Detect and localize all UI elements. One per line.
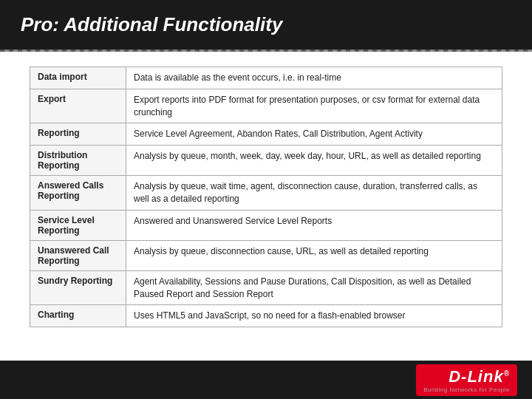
row-label: Service Level Reporting	[30, 210, 126, 240]
dlink-logo: D-Link® Building Networks for People	[416, 364, 517, 396]
row-label: Unanswered Call Reporting	[30, 240, 126, 270]
header: Pro: Additional Functionality	[0, 0, 532, 50]
table-row: Answered Calls ReportingAnalysis by queu…	[30, 176, 502, 211]
row-description: Data is available as the event occurs, i…	[126, 67, 502, 89]
main-content: Data importData is available as the even…	[0, 52, 532, 335]
brand-tagline: Building Networks for People	[423, 386, 510, 393]
row-description: Service Level Agreement, Abandon Rates, …	[126, 123, 502, 146]
row-label: Answered Calls Reporting	[30, 176, 126, 211]
header-title: Pro: Additional Functionality	[21, 13, 282, 36]
table-row: Sundry ReportingAgent Availability, Sess…	[30, 270, 502, 305]
features-table: Data importData is available as the even…	[30, 66, 502, 327]
row-description: Analysis by queue, month, week, day, wee…	[126, 146, 502, 176]
row-description: Answered and Unanswered Service Level Re…	[126, 210, 502, 240]
brand-name: D-Link®	[449, 367, 510, 386]
row-description: Export reports into PDF format for prese…	[126, 89, 502, 123]
row-label: Charting	[30, 305, 126, 327]
footer: D-Link® Building Networks for People	[0, 361, 532, 399]
table-row: Distribution ReportingAnalysis by queue,…	[30, 146, 502, 176]
table-row: ReportingService Level Agreement, Abando…	[30, 123, 502, 146]
table-row: ExportExport reports into PDF format for…	[30, 89, 502, 123]
row-label: Export	[30, 89, 126, 123]
row-label: Reporting	[30, 123, 126, 146]
row-description: Analysis by queue, wait time, agent, dis…	[126, 176, 502, 211]
row-label: Distribution Reporting	[30, 146, 126, 176]
row-description: Uses HTML5 and JavaScript, so no need fo…	[126, 305, 502, 327]
row-description: Agent Availability, Sessions and Pause D…	[126, 270, 502, 305]
table-row: Unanswered Call ReportingAnalysis by que…	[30, 240, 502, 270]
table-row: Service Level ReportingAnswered and Unan…	[30, 210, 502, 240]
table-row: Data importData is available as the even…	[30, 67, 502, 89]
row-label: Data import	[30, 67, 126, 89]
registered-symbol: ®	[504, 369, 510, 377]
row-description: Analysis by queue, disconnection cause, …	[126, 240, 502, 270]
table-row: ChartingUses HTML5 and JavaScript, so no…	[30, 305, 502, 327]
row-label: Sundry Reporting	[30, 270, 126, 305]
